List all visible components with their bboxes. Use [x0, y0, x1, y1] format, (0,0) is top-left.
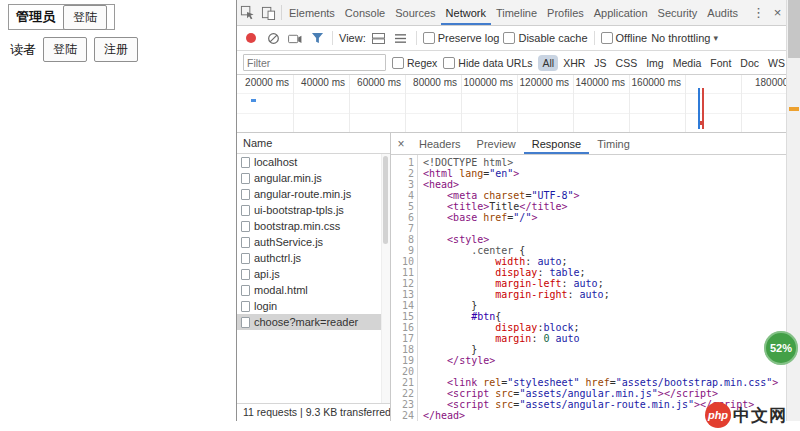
request-row[interactable]: angular.min.js [237, 170, 390, 186]
reader-register-button[interactable]: 注册 [94, 37, 138, 62]
code-gutter: 1234567891011121314151617181920212223242… [391, 155, 418, 421]
tab-network[interactable]: Network [441, 0, 491, 25]
clear-button[interactable] [264, 29, 282, 47]
filter-input[interactable] [243, 54, 386, 71]
timeline-overview[interactable]: 20000 ms40000 ms60000 ms80000 ms100000 m… [237, 75, 787, 133]
type-filter-img[interactable]: Img [642, 55, 668, 71]
view-grid-button[interactable] [370, 29, 388, 47]
request-row[interactable]: authctrl.js [237, 250, 390, 266]
tabbar-right-controls: ⋮ × [749, 0, 787, 25]
hide-data-urls-label: Hide data URLs [458, 57, 532, 69]
reader-login-button[interactable]: 登陆 [43, 37, 87, 62]
type-filter-css[interactable]: CSS [612, 55, 642, 71]
request-name: ui-bootstrap-tpls.js [254, 204, 344, 216]
device-toolbar-button[interactable] [258, 0, 279, 25]
ruler-tick-label: 100000 ms [461, 77, 513, 88]
type-filter-js[interactable]: JS [590, 55, 610, 71]
close-detail-icon[interactable]: × [391, 133, 411, 154]
offline-checkbox[interactable] [601, 32, 613, 44]
tab-elements[interactable]: Elements [284, 0, 340, 25]
type-filter-media[interactable]: Media [669, 55, 706, 71]
record-button[interactable] [242, 29, 260, 47]
close-devtools-icon[interactable]: × [768, 0, 787, 25]
preserve-log-label: Preserve log [438, 32, 500, 44]
regex-checkbox[interactable] [392, 57, 404, 69]
disable-cache-checkbox[interactable] [503, 32, 515, 44]
type-filter-doc[interactable]: Doc [736, 55, 763, 71]
request-name: modal.html [254, 284, 308, 296]
tab-timeline[interactable]: Timeline [491, 0, 542, 25]
detail-tab-timing[interactable]: Timing [589, 133, 638, 154]
overview-divider [237, 93, 787, 94]
regex-toggle[interactable]: Regex [392, 57, 437, 69]
line-number: 8 [391, 234, 414, 245]
request-row[interactable]: modal.html [237, 282, 390, 298]
tab-audits[interactable]: Audits [702, 0, 743, 25]
admin-login-button[interactable]: 登陆 [63, 5, 107, 30]
file-icon [241, 173, 250, 184]
throttling-dropdown[interactable]: No throttling ▾ [651, 32, 718, 44]
type-filter-xhr[interactable]: XHR [559, 55, 589, 71]
type-filter-ws[interactable]: WS [764, 55, 787, 71]
tab-sources[interactable]: Sources [390, 0, 440, 25]
preserve-log-checkbox[interactable] [423, 32, 435, 44]
ruler-gridline [685, 75, 686, 132]
request-row[interactable]: api.js [237, 266, 390, 282]
view-list-button[interactable] [392, 29, 410, 47]
file-icon [241, 237, 250, 248]
disable-cache-label: Disable cache [518, 32, 587, 44]
menu-dots-icon[interactable]: ⋮ [749, 0, 768, 25]
tab-console[interactable]: Console [340, 0, 390, 25]
name-column-header[interactable]: Name [237, 133, 390, 154]
capture-screenshots-button[interactable] [286, 29, 304, 47]
ruler-tick-label: 160000 ms [629, 77, 681, 88]
request-row[interactable]: ui-bootstrap-tpls.js [237, 202, 390, 218]
request-row[interactable]: angular-route.min.js [237, 186, 390, 202]
request-row[interactable]: bootstrap.min.css [237, 218, 390, 234]
tab-profiles[interactable]: Profiles [542, 0, 589, 25]
list-view-icon [394, 33, 407, 44]
request-list-scrollbar[interactable] [381, 154, 390, 403]
line-number: 5 [391, 201, 414, 212]
hide-data-urls-checkbox[interactable] [443, 57, 455, 69]
line-number: 1 [391, 157, 414, 168]
tab-application[interactable]: Application [589, 0, 653, 25]
line-number: 7 [391, 223, 414, 234]
line-number: 12 [391, 278, 414, 289]
line-number: 9 [391, 245, 414, 256]
code-line: <base href="/"> [423, 212, 787, 223]
request-row[interactable]: localhost [237, 154, 390, 170]
offline-toggle[interactable]: Offline [601, 32, 648, 44]
request-row[interactable]: choose?mark=reader [237, 314, 390, 330]
request-row[interactable]: login [237, 298, 390, 314]
code-line: display:block; [423, 322, 787, 333]
code-line [423, 366, 787, 377]
resource-type-filters: AllXHRJSCSSImgMediaFontDocWSManifestOthe… [538, 55, 787, 71]
line-number: 24 [391, 410, 414, 421]
caret-down-icon: ▾ [713, 33, 718, 43]
tab-security[interactable]: Security [653, 0, 703, 25]
detail-tab-headers[interactable]: Headers [411, 133, 469, 154]
type-filter-font[interactable]: Font [706, 55, 735, 71]
inspect-element-button[interactable] [237, 0, 258, 25]
type-filter-all[interactable]: All [538, 55, 558, 71]
hide-data-urls-toggle[interactable]: Hide data URLs [443, 57, 532, 69]
request-detail-pane: × HeadersPreviewResponseTiming 123456789… [391, 133, 787, 421]
page-scrollbar-thumb[interactable] [788, 0, 800, 58]
detail-tab-preview[interactable]: Preview [469, 133, 524, 154]
disable-cache-toggle[interactable]: Disable cache [503, 32, 587, 44]
devtools-tabbar: ElementsConsoleSourcesNetworkTimelinePro… [237, 0, 787, 26]
php-logo-icon: php [705, 402, 731, 428]
site-watermark: php 中文网 [705, 402, 787, 428]
scrollbar-thumb[interactable] [383, 156, 388, 244]
filter-toggle-button[interactable] [308, 29, 326, 47]
file-icon [241, 269, 250, 280]
line-number: 15 [391, 311, 414, 322]
code-line: } [423, 300, 787, 311]
request-row[interactable]: authService.js [237, 234, 390, 250]
devtools-main-tabs: ElementsConsoleSourcesNetworkTimelinePro… [284, 0, 743, 25]
detail-tab-response[interactable]: Response [524, 133, 590, 154]
request-name: authService.js [254, 236, 323, 248]
file-icon [241, 317, 250, 328]
preserve-log-toggle[interactable]: Preserve log [423, 32, 500, 44]
